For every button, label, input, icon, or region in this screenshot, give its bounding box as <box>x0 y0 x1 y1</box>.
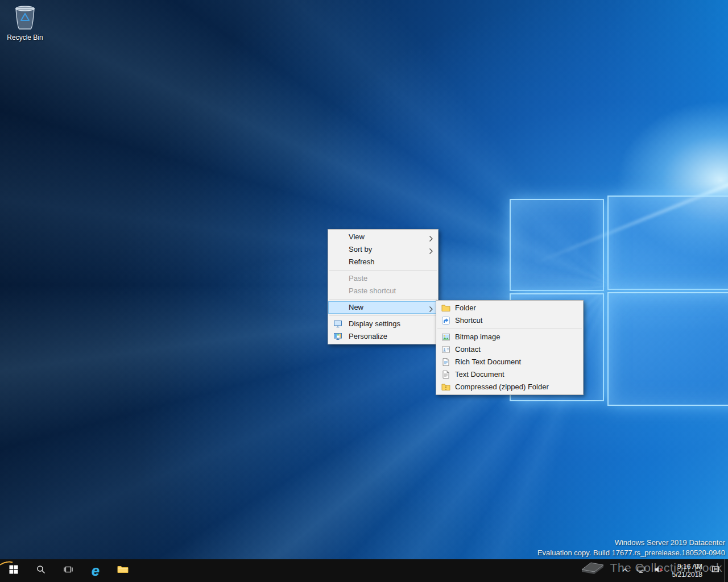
task-view-button[interactable] <box>55 559 82 582</box>
submenu-item-bitmap-image[interactable]: Bitmap image <box>436 331 583 343</box>
action-center-button[interactable] <box>707 559 724 582</box>
submenu-item-contact[interactable]: Contact <box>436 343 583 356</box>
evaluation-watermark: Windows Server 2019 Datacenter Evaluatio… <box>537 538 725 558</box>
menu-item-view[interactable]: View <box>328 231 438 243</box>
recycle-bin-icon <box>13 3 38 32</box>
submenu-item-compressed-folder[interactable]: Compressed (zipped) Folder <box>436 381 583 393</box>
menu-separator <box>329 299 437 300</box>
volume-tray-button[interactable] <box>650 559 668 582</box>
windows-logo-icon <box>9 565 18 576</box>
submenu-arrow-icon <box>429 304 433 317</box>
show-desktop-button[interactable] <box>724 559 728 582</box>
menu-separator <box>329 315 437 316</box>
clock-time: 9:16 AM <box>677 563 702 571</box>
evaluation-watermark-line1: Windows Server 2019 Datacenter <box>537 538 725 548</box>
network-icon <box>636 565 646 576</box>
compressed-folder-icon <box>441 383 450 392</box>
personalize-icon <box>333 332 342 341</box>
recycle-bin-label: Recycle Bin <box>7 34 43 41</box>
search-button[interactable] <box>27 559 55 582</box>
submenu-item-shortcut[interactable]: Shortcut <box>436 314 583 327</box>
menu-item-personalize[interactable]: Personalize <box>328 330 438 343</box>
submenu-item-rich-text-document[interactable]: Rich Text Document <box>436 356 583 368</box>
menu-item-sort-by[interactable]: Sort by <box>328 243 438 256</box>
volume-muted-icon <box>653 565 664 576</box>
menu-separator <box>329 270 437 271</box>
bitmap-image-icon <box>441 332 450 342</box>
menu-item-paste-shortcut: Paste shortcut <box>328 285 438 297</box>
menu-item-paste: Paste <box>328 272 438 285</box>
network-tray-button[interactable] <box>632 559 650 582</box>
display-settings-icon <box>333 319 342 329</box>
windows-logo-pane-top-left <box>510 199 604 291</box>
contact-icon <box>441 345 450 354</box>
clock-date: 5/21/2018 <box>672 571 702 579</box>
menu-item-new[interactable]: New <box>328 301 438 314</box>
submenu-item-folder[interactable]: Folder <box>436 302 583 314</box>
chevron-up-icon <box>622 566 628 576</box>
file-explorer-icon <box>117 565 129 576</box>
text-document-icon <box>441 370 450 379</box>
search-icon <box>36 565 46 576</box>
evaluation-watermark-line2: Evaluation copy. Build 17677.rs_prerelea… <box>537 548 725 558</box>
folder-icon <box>441 304 450 313</box>
tray-overflow-button[interactable] <box>618 559 632 582</box>
taskbar-left: e <box>0 559 136 582</box>
new-submenu: Folder Shortcut Bitmap image Contact Ric… <box>436 300 584 395</box>
recycle-bin-desktop-icon[interactable]: Recycle Bin <box>2 3 48 41</box>
internet-explorer-icon: e <box>92 564 100 578</box>
menu-item-refresh[interactable]: Refresh <box>328 256 438 268</box>
windows-logo-pane-top-right <box>607 196 728 290</box>
windows-logo-pane-bottom-right <box>607 292 728 406</box>
menu-separator <box>437 329 582 329</box>
file-explorer-button[interactable] <box>109 559 136 582</box>
start-button[interactable] <box>0 559 27 582</box>
task-view-icon <box>64 565 73 576</box>
submenu-item-text-document[interactable]: Text Document <box>436 368 583 381</box>
rich-text-document-icon <box>441 357 450 367</box>
taskbar-clock[interactable]: 9:16 AM 5/21/2018 <box>668 559 707 582</box>
action-center-icon <box>711 565 720 576</box>
internet-explorer-button[interactable]: e <box>82 559 109 582</box>
shortcut-icon <box>441 316 450 325</box>
desktop-context-menu: View Sort by Refresh Paste Paste shortcu… <box>328 229 439 344</box>
system-tray: 9:16 AM 5/21/2018 <box>618 559 728 582</box>
menu-item-display-settings[interactable]: Display settings <box>328 318 438 330</box>
taskbar: e 9:16 AM 5/21/2018 <box>0 559 728 582</box>
